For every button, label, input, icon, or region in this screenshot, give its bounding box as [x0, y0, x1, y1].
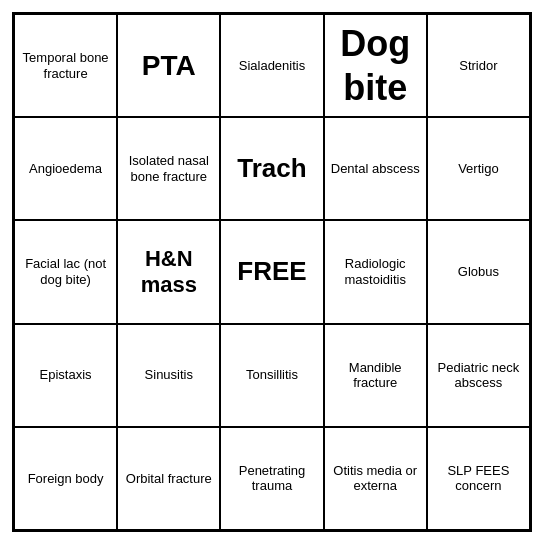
- bingo-cell-3-3: Mandible fracture: [324, 324, 427, 427]
- cell-text-2-2: FREE: [237, 256, 306, 287]
- bingo-cell-4-0: Foreign body: [14, 427, 117, 530]
- cell-text-3-0: Epistaxis: [40, 367, 92, 383]
- bingo-cell-4-4: SLP FEES concern: [427, 427, 530, 530]
- cell-text-4-4: SLP FEES concern: [432, 463, 525, 494]
- bingo-cell-1-0: Angioedema: [14, 117, 117, 220]
- cell-text-0-0: Temporal bone fracture: [19, 50, 112, 81]
- cell-text-2-4: Globus: [458, 264, 499, 280]
- bingo-cell-0-2: Sialadenitis: [220, 14, 323, 117]
- cell-text-3-3: Mandible fracture: [329, 360, 422, 391]
- bingo-cell-0-3: Dog bite: [324, 14, 427, 117]
- cell-text-0-3: Dog bite: [329, 22, 422, 108]
- cell-text-1-4: Vertigo: [458, 161, 498, 177]
- cell-text-0-2: Sialadenitis: [239, 58, 306, 74]
- cell-text-2-3: Radiologic mastoiditis: [329, 256, 422, 287]
- bingo-cell-3-2: Tonsillitis: [220, 324, 323, 427]
- bingo-cell-2-2: FREE: [220, 220, 323, 323]
- cell-text-1-2: Trach: [237, 153, 306, 184]
- bingo-board: Temporal bone fracturePTASialadenitisDog…: [12, 12, 532, 532]
- bingo-cell-0-1: PTA: [117, 14, 220, 117]
- bingo-cell-0-4: Stridor: [427, 14, 530, 117]
- bingo-cell-4-2: Penetrating trauma: [220, 427, 323, 530]
- cell-text-2-1: H&N mass: [122, 246, 215, 299]
- cell-text-2-0: Facial lac (not dog bite): [19, 256, 112, 287]
- bingo-cell-1-2: Trach: [220, 117, 323, 220]
- bingo-cell-2-3: Radiologic mastoiditis: [324, 220, 427, 323]
- cell-text-3-2: Tonsillitis: [246, 367, 298, 383]
- bingo-cell-3-4: Pediatric neck abscess: [427, 324, 530, 427]
- cell-text-0-1: PTA: [142, 49, 196, 83]
- cell-text-1-1: Isolated nasal bone fracture: [122, 153, 215, 184]
- bingo-cell-4-3: Otitis media or externa: [324, 427, 427, 530]
- cell-text-3-4: Pediatric neck abscess: [432, 360, 525, 391]
- bingo-cell-1-4: Vertigo: [427, 117, 530, 220]
- cell-text-1-0: Angioedema: [29, 161, 102, 177]
- cell-text-0-4: Stridor: [459, 58, 497, 74]
- bingo-cell-2-0: Facial lac (not dog bite): [14, 220, 117, 323]
- bingo-cell-1-1: Isolated nasal bone fracture: [117, 117, 220, 220]
- cell-text-4-1: Orbital fracture: [126, 471, 212, 487]
- bingo-cell-3-0: Epistaxis: [14, 324, 117, 427]
- cell-text-3-1: Sinusitis: [145, 367, 193, 383]
- bingo-cell-3-1: Sinusitis: [117, 324, 220, 427]
- cell-text-4-0: Foreign body: [28, 471, 104, 487]
- bingo-cell-2-4: Globus: [427, 220, 530, 323]
- cell-text-1-3: Dental abscess: [331, 161, 420, 177]
- bingo-cell-0-0: Temporal bone fracture: [14, 14, 117, 117]
- bingo-cell-2-1: H&N mass: [117, 220, 220, 323]
- bingo-cell-4-1: Orbital fracture: [117, 427, 220, 530]
- cell-text-4-2: Penetrating trauma: [225, 463, 318, 494]
- bingo-cell-1-3: Dental abscess: [324, 117, 427, 220]
- cell-text-4-3: Otitis media or externa: [329, 463, 422, 494]
